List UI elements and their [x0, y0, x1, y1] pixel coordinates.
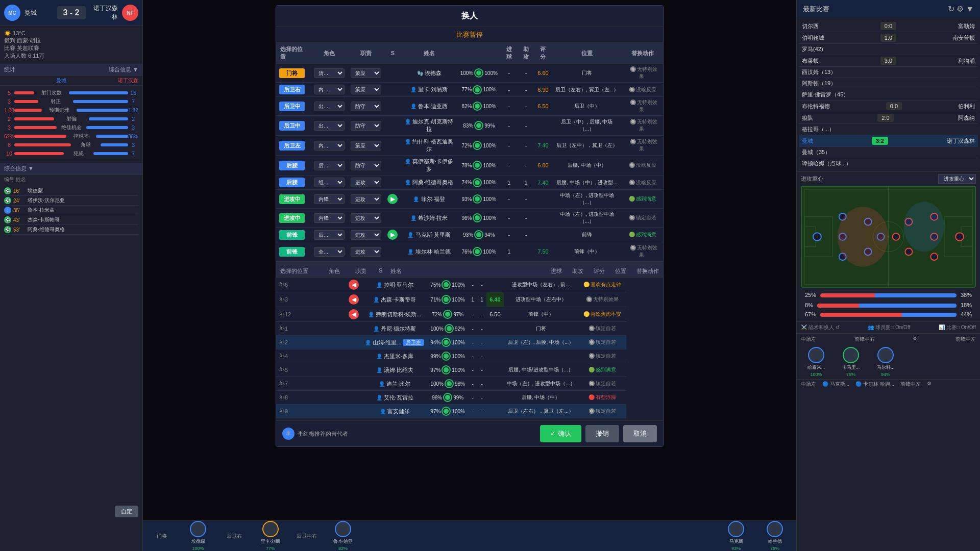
role-select[interactable]: 内锋	[314, 194, 345, 204]
table-row[interactable]: 进攻中 内锋 进攻 👤 希沙姆·拉米 96%100% - - 中场（左）, 进攻…	[276, 209, 663, 228]
role-select[interactable]: 组...	[314, 178, 345, 187]
st-avatar	[767, 521, 783, 537]
table-row[interactable]: 补12 ◀ 👤 弗朗切斯科·埃斯... 72%97% - - 6.50 前锋（中…	[276, 307, 626, 322]
duty-select[interactable]: 策应	[351, 68, 381, 78]
table-row[interactable]: 补2 👤 山姆·维里... 后卫左 94%100% - - 后卫（左）, 后腰,…	[276, 336, 626, 349]
table-row[interactable]: 进攻中 内锋 进攻 ▶ 👤 菲尔·福登 93%100% - - 中场（左）, 进…	[276, 190, 663, 209]
player-bottom-card[interactable]: 鲁本·迪亚 82%	[328, 521, 358, 551]
fw-avatar	[728, 521, 744, 537]
result-item[interactable]: 西汉姆（13）	[799, 67, 978, 78]
player-bottom-card[interactable]: 马克斯 93%	[721, 521, 751, 551]
table-row[interactable]: 补9 👤 富安健洋 97%100% - - 后卫（左右），翼卫（左...） 🔘 …	[276, 405, 626, 418]
refresh-btn[interactable]: ↻	[948, 4, 954, 14]
player-mini-card[interactable]: 马尔科... 94%	[870, 347, 901, 377]
result-item[interactable]: 狼队 2:0 阿森纳	[799, 112, 978, 124]
result-item[interactable]: 格拉哥（...）	[799, 124, 978, 135]
overview-dropdown[interactable]: 综合信息 ▼	[109, 66, 138, 73]
svg-point-9	[813, 233, 821, 241]
player-bottom-card[interactable]: 埃德森 100%	[183, 521, 213, 551]
duty-select[interactable]: 进攻	[351, 213, 381, 223]
sub-icon: ↕	[4, 207, 11, 214]
result-item[interactable]: 布伦特福德 0:0 伯利利	[799, 101, 978, 112]
pct-right3: 44%	[961, 311, 972, 318]
duty-select[interactable]: 防守	[351, 102, 381, 111]
table-row[interactable]: 前锋 全... 进攻 👤 埃尔林·哈兰德 76%100% 1 7.50 前锋（中…	[276, 242, 663, 261]
duty-select[interactable]: 策应	[351, 85, 381, 94]
player-mini-cards: 哈泰米... 100% 卡马里... 75% 马尔科... 94%	[797, 345, 980, 379]
duty-select[interactable]: 进攻	[351, 178, 381, 187]
expand-btn[interactable]: ▼	[966, 4, 974, 14]
action-buttons: ✓ 确认 撤销 取消	[540, 425, 657, 442]
result-item[interactable]: 伯明翰城 1:0 南安普顿	[799, 32, 978, 44]
table-row[interactable]: 后腰 后... 防守 👤 莫伊塞斯·卡伊多多 78%100% - - 6.80 …	[276, 156, 663, 176]
advisor-icon: 李	[282, 428, 295, 440]
duty-select[interactable]: 进攻	[351, 247, 381, 257]
modal-subtitle: 比赛暂停	[276, 27, 663, 43]
duty-select[interactable]: 策应	[351, 141, 381, 151]
table-row[interactable]: 补4 👤 杰里米·多库 99%100% - - 🔘 镇定自若	[276, 349, 626, 363]
cancel-button[interactable]: 取消	[623, 425, 657, 442]
duty-select[interactable]: 进攻	[351, 230, 381, 240]
current-players-table: 选择的位置 角色 职责 S 姓名 进球 助攻 评分 位置 替换动作 门将 清..…	[276, 43, 663, 261]
reset-button[interactable]: 撤销	[585, 425, 619, 442]
role-select[interactable]: 内...	[314, 141, 345, 151]
result-item[interactable]: 阿斯顿（19）	[799, 78, 978, 89]
result-item[interactable]: 布莱顿 3:0 利物浦	[799, 55, 978, 67]
role-select[interactable]: 内锋	[314, 213, 345, 223]
result-item[interactable]: 曼城（35）	[799, 147, 978, 158]
role-select[interactable]: 清...	[314, 68, 345, 78]
table-row[interactable]: 后卫左 内... 策应 👤 约什科·格瓦迪奥尔 72%100% - - 7.40…	[276, 136, 663, 156]
pitch-svg	[802, 187, 975, 287]
tactic-select[interactable]: 进攻重心	[938, 174, 976, 184]
role-select[interactable]: 全...	[314, 247, 345, 257]
role-select[interactable]: 后...	[314, 161, 345, 170]
result-item[interactable]: 萨里·佛雷罗（45）	[799, 89, 978, 101]
pct-left: 25%	[805, 292, 816, 299]
svg-point-16	[955, 233, 964, 241]
result-item-highlighted[interactable]: 曼城 3:2 诺丁汉森林	[799, 135, 978, 147]
table-row[interactable]: 补5 👤 汤姆·比绍夫 97%100% - - 后腰, 中场/进攻型中场（...…	[276, 363, 626, 377]
table-row[interactable]: 前锋 后... 进攻 ▶ 👤 马克斯·莫里斯 93%94% - - 前锋 🟢 感…	[276, 228, 663, 242]
player-mini-card[interactable]: 卡马里... 75%	[836, 347, 866, 377]
substitutes-table: 补6 ◀ 👤 拉明·亚马尔 75%100% - - 进攻型中场（左右）, 前..…	[276, 278, 663, 420]
table-row[interactable]: 补3 ◀ 👤 杰森·卡斯帝哥 71%100% 1 1 6.40 进攻型中场（左右…	[276, 292, 626, 307]
remove-btn2[interactable]: ◀	[349, 294, 359, 305]
result-item[interactable]: 罗马(42)	[799, 44, 978, 55]
role-select[interactable]: 内...	[314, 85, 345, 94]
gk-avatar	[190, 521, 206, 537]
custom-btn[interactable]: 自定	[115, 506, 138, 517]
confirm-button[interactable]: ✓ 确认	[540, 425, 581, 442]
duty-select[interactable]: 防守	[351, 121, 381, 131]
duty-select[interactable]: 进攻	[351, 194, 381, 204]
player-bottom-card[interactable]: 哈兰德 76%	[760, 521, 790, 551]
table-row[interactable]: 后卫中 出... 防守 👤 迪尔克·胡克斯特拉 83%99% - - 后卫（中）…	[276, 116, 663, 136]
role-select[interactable]: 出...	[314, 121, 345, 131]
player-bottom-card[interactable]: 里卡·刘斯 77%	[255, 521, 286, 551]
table-row[interactable]: 补6 ◀ 👤 拉明·亚马尔 75%100% - - 进攻型中场（左右）, 前..…	[276, 278, 626, 292]
arrow-in-btn2[interactable]: ▶	[387, 230, 398, 240]
table-row[interactable]: 补1 👤 丹尼·德尔特斯 100%92% - - 门将 🔘 镇定自若	[276, 322, 626, 336]
pct-left2: 8%	[805, 302, 813, 309]
arrow-in-btn[interactable]: ▶	[387, 194, 398, 204]
svg-point-23	[838, 207, 889, 267]
table-row[interactable]: 后腰 组... 进攻 👤 阿桑·维德哥奥格 74%100% 1 1 7.40 后…	[276, 176, 663, 190]
right-panel-tools: ⚔️ 战术和换人 ↺ 👥 球员图□ On/Off 📊 比赛□ On/Off	[797, 321, 980, 333]
modal-overlay: 换人 比赛暂停 选择的位置 角色 职责 S 姓名 进球 助攻 评分 位置 替换动…	[143, 0, 796, 551]
team1-badge: MC	[4, 5, 20, 21]
settings-btn[interactable]: ⚙	[957, 4, 964, 14]
table-row[interactable]: 补7 👤 迪兰·比尔 100%98% - - 中场（左）, 进攻型中场（...）…	[276, 377, 626, 391]
table-row[interactable]: 后卫中 出... 防守 👤 鲁本·迪亚西 82%100% - - 6.50 后卫…	[276, 97, 663, 116]
table-row[interactable]: 门将 清... 策应 🧤 埃德森 100%100% - - 6.60 门将 🔘 …	[276, 64, 663, 83]
right-panel: 最新比赛 ↻ ⚙ ▼ 切尔西 0:0 富勒姆 伯明翰城 1:0 南安普顿 罗马(…	[796, 0, 980, 551]
player-mini-card[interactable]: 哈泰米... 100%	[801, 347, 831, 377]
role-select[interactable]: 后...	[314, 230, 345, 240]
table-row[interactable]: 后卫右 内... 策应 👤 里卡·刘易斯 77%100% - - 6.90 后卫…	[276, 83, 663, 97]
pos-label-gk: 门将	[149, 533, 175, 540]
remove-btn[interactable]: ◀	[349, 280, 359, 290]
remove-btn3[interactable]: ◀	[349, 309, 359, 319]
duty-select[interactable]: 防守	[351, 161, 381, 170]
table-row[interactable]: 补8 👤 艾伦·瓦雷拉 98%99% - - 后腰, 中场（中） 🔴 有些浮躁	[276, 391, 626, 405]
result-item[interactable]: 谭顿哈姆（点球...）	[799, 158, 978, 169]
role-select[interactable]: 出...	[314, 102, 345, 111]
result-item[interactable]: 切尔西 0:0 富勒姆	[799, 20, 978, 32]
